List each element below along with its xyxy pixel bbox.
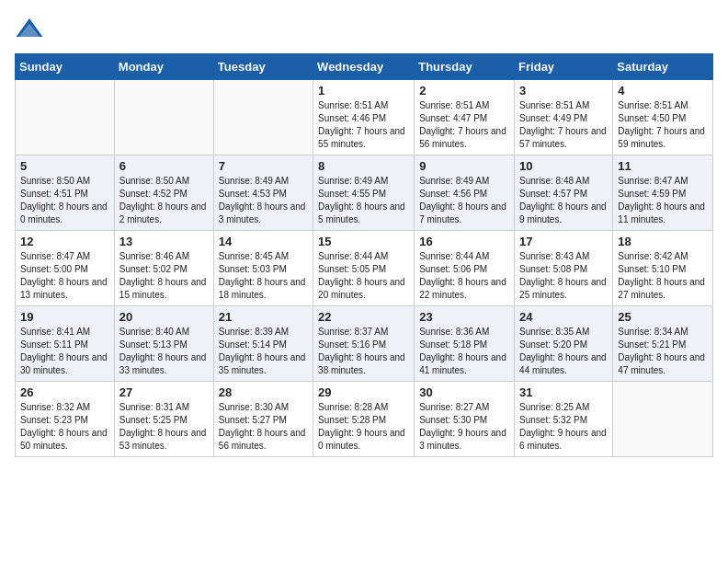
day-info: Sunrise: 8:48 AM Sunset: 4:57 PM Dayligh… [519, 175, 608, 226]
day-number: 3 [519, 84, 608, 98]
calendar-cell: 17Sunrise: 8:43 AM Sunset: 5:08 PM Dayli… [515, 231, 613, 306]
calendar-cell [16, 80, 115, 155]
day-number: 26 [20, 385, 109, 399]
day-number: 2 [419, 84, 509, 98]
day-number: 23 [419, 310, 509, 324]
header-day-saturday: Saturday [613, 54, 713, 80]
day-info: Sunrise: 8:51 AM Sunset: 4:50 PM Dayligh… [618, 99, 708, 151]
day-info: Sunrise: 8:25 AM Sunset: 5:32 PM Dayligh… [519, 401, 608, 453]
day-info: Sunrise: 8:34 AM Sunset: 5:21 PM Dayligh… [618, 326, 708, 377]
day-info: Sunrise: 8:42 AM Sunset: 5:10 PM Dayligh… [618, 250, 708, 302]
calendar-week-row: 1Sunrise: 8:51 AM Sunset: 4:46 PM Daylig… [16, 80, 713, 155]
calendar-week-row: 12Sunrise: 8:47 AM Sunset: 5:00 PM Dayli… [16, 231, 713, 306]
calendar-week-row: 5Sunrise: 8:50 AM Sunset: 4:51 PM Daylig… [16, 155, 713, 231]
day-info: Sunrise: 8:36 AM Sunset: 5:18 PM Dayligh… [419, 326, 509, 377]
calendar-cell: 10Sunrise: 8:48 AM Sunset: 4:57 PM Dayli… [515, 155, 613, 231]
day-info: Sunrise: 8:50 AM Sunset: 4:52 PM Dayligh… [119, 175, 209, 226]
header-day-wednesday: Wednesday [313, 54, 415, 80]
day-info: Sunrise: 8:28 AM Sunset: 5:28 PM Dayligh… [318, 401, 409, 453]
calendar-cell: 13Sunrise: 8:46 AM Sunset: 5:02 PM Dayli… [114, 231, 213, 306]
calendar-cell: 6Sunrise: 8:50 AM Sunset: 4:52 PM Daylig… [114, 155, 213, 231]
day-number: 5 [20, 159, 109, 173]
day-number: 16 [419, 235, 509, 248]
calendar-cell: 12Sunrise: 8:47 AM Sunset: 5:00 PM Dayli… [16, 231, 115, 306]
day-info: Sunrise: 8:35 AM Sunset: 5:20 PM Dayligh… [519, 326, 608, 377]
calendar-cell: 8Sunrise: 8:49 AM Sunset: 4:55 PM Daylig… [313, 155, 415, 231]
day-info: Sunrise: 8:27 AM Sunset: 5:30 PM Dayligh… [419, 401, 509, 453]
calendar-header: SundayMondayTuesdayWednesdayThursdayFrid… [16, 54, 713, 80]
calendar-cell: 15Sunrise: 8:44 AM Sunset: 5:05 PM Dayli… [313, 231, 415, 306]
calendar-cell: 28Sunrise: 8:30 AM Sunset: 5:27 PM Dayli… [213, 382, 313, 457]
day-number: 7 [219, 159, 308, 173]
day-number: 21 [219, 310, 308, 324]
day-number: 13 [119, 235, 209, 248]
day-info: Sunrise: 8:50 AM Sunset: 4:51 PM Dayligh… [20, 175, 109, 226]
day-info: Sunrise: 8:39 AM Sunset: 5:14 PM Dayligh… [219, 326, 308, 377]
day-info: Sunrise: 8:49 AM Sunset: 4:56 PM Dayligh… [419, 175, 509, 226]
calendar-cell [213, 80, 313, 155]
calendar-cell: 14Sunrise: 8:45 AM Sunset: 5:03 PM Dayli… [213, 231, 313, 306]
calendar-cell: 19Sunrise: 8:41 AM Sunset: 5:11 PM Dayli… [16, 306, 115, 382]
day-number: 24 [519, 310, 608, 324]
calendar-cell: 5Sunrise: 8:50 AM Sunset: 4:51 PM Daylig… [16, 155, 115, 231]
day-info: Sunrise: 8:43 AM Sunset: 5:08 PM Dayligh… [519, 250, 608, 302]
calendar-cell: 4Sunrise: 8:51 AM Sunset: 4:50 PM Daylig… [613, 80, 713, 155]
day-info: Sunrise: 8:40 AM Sunset: 5:13 PM Dayligh… [119, 326, 209, 377]
day-info: Sunrise: 8:51 AM Sunset: 4:47 PM Dayligh… [419, 99, 509, 151]
day-info: Sunrise: 8:32 AM Sunset: 5:23 PM Dayligh… [20, 401, 109, 453]
calendar-cell: 3Sunrise: 8:51 AM Sunset: 4:49 PM Daylig… [515, 80, 613, 155]
calendar-cell: 20Sunrise: 8:40 AM Sunset: 5:13 PM Dayli… [114, 306, 213, 382]
header-day-thursday: Thursday [415, 54, 515, 80]
day-number: 31 [519, 385, 608, 399]
calendar-cell: 23Sunrise: 8:36 AM Sunset: 5:18 PM Dayli… [415, 306, 515, 382]
day-info: Sunrise: 8:51 AM Sunset: 4:49 PM Dayligh… [519, 99, 608, 151]
day-number: 10 [519, 159, 608, 173]
header-day-tuesday: Tuesday [213, 54, 313, 80]
day-number: 4 [618, 84, 708, 98]
calendar-cell: 26Sunrise: 8:32 AM Sunset: 5:23 PM Dayli… [16, 382, 115, 457]
calendar-cell: 2Sunrise: 8:51 AM Sunset: 4:47 PM Daylig… [415, 80, 515, 155]
logo-icon [15, 15, 44, 44]
day-number: 25 [618, 310, 708, 324]
day-number: 1 [318, 84, 409, 98]
day-info: Sunrise: 8:37 AM Sunset: 5:16 PM Dayligh… [318, 326, 409, 377]
day-info: Sunrise: 8:44 AM Sunset: 5:06 PM Dayligh… [419, 250, 509, 302]
day-info: Sunrise: 8:47 AM Sunset: 4:59 PM Dayligh… [618, 175, 708, 226]
page-header [15, 15, 713, 44]
calendar-cell: 11Sunrise: 8:47 AM Sunset: 4:59 PM Dayli… [613, 155, 713, 231]
calendar-cell: 18Sunrise: 8:42 AM Sunset: 5:10 PM Dayli… [613, 231, 713, 306]
day-number: 14 [219, 235, 308, 248]
day-number: 29 [318, 385, 409, 399]
logo [15, 15, 48, 44]
calendar-cell: 24Sunrise: 8:35 AM Sunset: 5:20 PM Dayli… [515, 306, 613, 382]
day-info: Sunrise: 8:31 AM Sunset: 5:25 PM Dayligh… [119, 401, 209, 453]
day-number: 17 [519, 235, 608, 248]
day-info: Sunrise: 8:45 AM Sunset: 5:03 PM Dayligh… [219, 250, 308, 302]
day-info: Sunrise: 8:47 AM Sunset: 5:00 PM Dayligh… [20, 250, 109, 302]
calendar-cell: 27Sunrise: 8:31 AM Sunset: 5:25 PM Dayli… [114, 382, 213, 457]
day-number: 20 [119, 310, 209, 324]
calendar-cell: 7Sunrise: 8:49 AM Sunset: 4:53 PM Daylig… [213, 155, 313, 231]
calendar-table: SundayMondayTuesdayWednesdayThursdayFrid… [15, 53, 713, 457]
header-day-sunday: Sunday [16, 54, 115, 80]
day-info: Sunrise: 8:46 AM Sunset: 5:02 PM Dayligh… [119, 250, 209, 302]
day-number: 30 [419, 385, 509, 399]
day-info: Sunrise: 8:41 AM Sunset: 5:11 PM Dayligh… [20, 326, 109, 377]
header-row: SundayMondayTuesdayWednesdayThursdayFrid… [16, 54, 713, 80]
day-number: 22 [318, 310, 409, 324]
calendar-cell: 25Sunrise: 8:34 AM Sunset: 5:21 PM Dayli… [613, 306, 713, 382]
day-number: 15 [318, 235, 409, 248]
day-number: 27 [119, 385, 209, 399]
calendar-cell: 9Sunrise: 8:49 AM Sunset: 4:56 PM Daylig… [415, 155, 515, 231]
day-number: 8 [318, 159, 409, 173]
calendar-cell: 21Sunrise: 8:39 AM Sunset: 5:14 PM Dayli… [213, 306, 313, 382]
header-day-monday: Monday [114, 54, 213, 80]
day-number: 11 [618, 159, 708, 173]
day-number: 12 [20, 235, 109, 248]
calendar-cell: 22Sunrise: 8:37 AM Sunset: 5:16 PM Dayli… [313, 306, 415, 382]
calendar-cell: 30Sunrise: 8:27 AM Sunset: 5:30 PM Dayli… [415, 382, 515, 457]
day-info: Sunrise: 8:30 AM Sunset: 5:27 PM Dayligh… [219, 401, 308, 453]
calendar-week-row: 19Sunrise: 8:41 AM Sunset: 5:11 PM Dayli… [16, 306, 713, 382]
calendar-cell [114, 80, 213, 155]
day-number: 18 [618, 235, 708, 248]
